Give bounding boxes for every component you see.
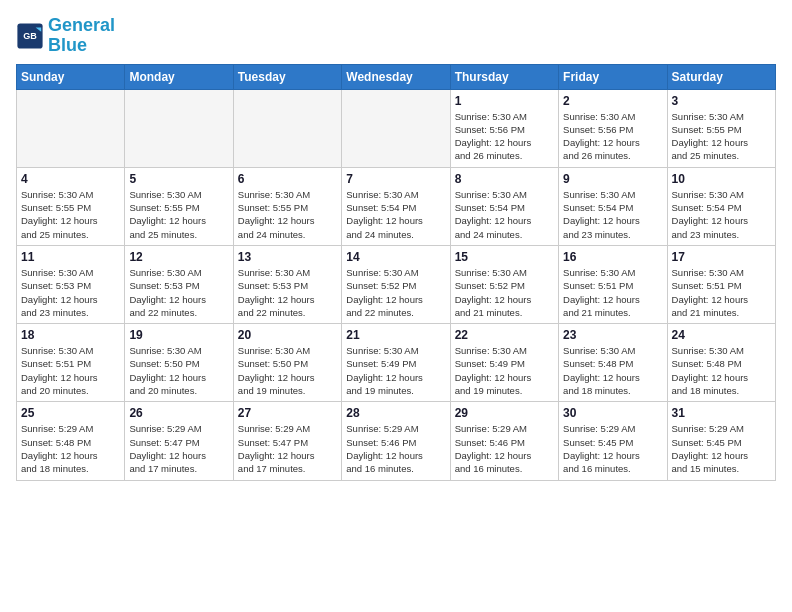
day-number: 8 [455, 172, 554, 186]
logo-text: General Blue [48, 16, 115, 56]
calendar-cell: 6Sunrise: 5:30 AM Sunset: 5:55 PM Daylig… [233, 167, 341, 245]
day-info: Sunrise: 5:30 AM Sunset: 5:49 PM Dayligh… [455, 344, 554, 397]
day-number: 9 [563, 172, 662, 186]
day-info: Sunrise: 5:30 AM Sunset: 5:53 PM Dayligh… [129, 266, 228, 319]
calendar-cell: 7Sunrise: 5:30 AM Sunset: 5:54 PM Daylig… [342, 167, 450, 245]
day-info: Sunrise: 5:30 AM Sunset: 5:55 PM Dayligh… [238, 188, 337, 241]
calendar-cell: 25Sunrise: 5:29 AM Sunset: 5:48 PM Dayli… [17, 402, 125, 480]
weekday-header-monday: Monday [125, 64, 233, 89]
weekday-header-row: SundayMondayTuesdayWednesdayThursdayFrid… [17, 64, 776, 89]
day-info: Sunrise: 5:30 AM Sunset: 5:50 PM Dayligh… [129, 344, 228, 397]
day-info: Sunrise: 5:30 AM Sunset: 5:48 PM Dayligh… [563, 344, 662, 397]
weekday-header-thursday: Thursday [450, 64, 558, 89]
calendar-cell: 26Sunrise: 5:29 AM Sunset: 5:47 PM Dayli… [125, 402, 233, 480]
logo: GB General Blue [16, 16, 115, 56]
day-number: 10 [672, 172, 771, 186]
calendar-cell [233, 89, 341, 167]
day-info: Sunrise: 5:30 AM Sunset: 5:56 PM Dayligh… [455, 110, 554, 163]
day-number: 5 [129, 172, 228, 186]
calendar-cell: 20Sunrise: 5:30 AM Sunset: 5:50 PM Dayli… [233, 324, 341, 402]
calendar-cell: 2Sunrise: 5:30 AM Sunset: 5:56 PM Daylig… [559, 89, 667, 167]
calendar-cell: 17Sunrise: 5:30 AM Sunset: 5:51 PM Dayli… [667, 245, 775, 323]
svg-text:GB: GB [23, 31, 37, 41]
day-number: 7 [346, 172, 445, 186]
day-number: 4 [21, 172, 120, 186]
day-info: Sunrise: 5:30 AM Sunset: 5:56 PM Dayligh… [563, 110, 662, 163]
day-info: Sunrise: 5:29 AM Sunset: 5:46 PM Dayligh… [455, 422, 554, 475]
calendar-cell: 21Sunrise: 5:30 AM Sunset: 5:49 PM Dayli… [342, 324, 450, 402]
calendar-cell: 22Sunrise: 5:30 AM Sunset: 5:49 PM Dayli… [450, 324, 558, 402]
page-header: GB General Blue [16, 16, 776, 56]
day-info: Sunrise: 5:30 AM Sunset: 5:51 PM Dayligh… [21, 344, 120, 397]
day-number: 19 [129, 328, 228, 342]
day-number: 11 [21, 250, 120, 264]
day-info: Sunrise: 5:30 AM Sunset: 5:55 PM Dayligh… [129, 188, 228, 241]
weekday-header-tuesday: Tuesday [233, 64, 341, 89]
calendar-cell: 28Sunrise: 5:29 AM Sunset: 5:46 PM Dayli… [342, 402, 450, 480]
day-number: 20 [238, 328, 337, 342]
calendar-week-row: 4Sunrise: 5:30 AM Sunset: 5:55 PM Daylig… [17, 167, 776, 245]
calendar-cell: 1Sunrise: 5:30 AM Sunset: 5:56 PM Daylig… [450, 89, 558, 167]
day-number: 3 [672, 94, 771, 108]
day-info: Sunrise: 5:30 AM Sunset: 5:54 PM Dayligh… [346, 188, 445, 241]
calendar-cell: 5Sunrise: 5:30 AM Sunset: 5:55 PM Daylig… [125, 167, 233, 245]
calendar-cell: 30Sunrise: 5:29 AM Sunset: 5:45 PM Dayli… [559, 402, 667, 480]
calendar-cell: 15Sunrise: 5:30 AM Sunset: 5:52 PM Dayli… [450, 245, 558, 323]
calendar-cell: 16Sunrise: 5:30 AM Sunset: 5:51 PM Dayli… [559, 245, 667, 323]
calendar-cell: 19Sunrise: 5:30 AM Sunset: 5:50 PM Dayli… [125, 324, 233, 402]
day-number: 16 [563, 250, 662, 264]
calendar-cell: 8Sunrise: 5:30 AM Sunset: 5:54 PM Daylig… [450, 167, 558, 245]
day-info: Sunrise: 5:29 AM Sunset: 5:45 PM Dayligh… [672, 422, 771, 475]
day-number: 27 [238, 406, 337, 420]
day-info: Sunrise: 5:30 AM Sunset: 5:48 PM Dayligh… [672, 344, 771, 397]
weekday-header-wednesday: Wednesday [342, 64, 450, 89]
day-number: 30 [563, 406, 662, 420]
weekday-header-friday: Friday [559, 64, 667, 89]
day-info: Sunrise: 5:29 AM Sunset: 5:47 PM Dayligh… [238, 422, 337, 475]
weekday-header-sunday: Sunday [17, 64, 125, 89]
calendar-cell [17, 89, 125, 167]
logo-icon: GB [16, 22, 44, 50]
calendar-cell: 18Sunrise: 5:30 AM Sunset: 5:51 PM Dayli… [17, 324, 125, 402]
calendar-cell [125, 89, 233, 167]
calendar-cell: 13Sunrise: 5:30 AM Sunset: 5:53 PM Dayli… [233, 245, 341, 323]
day-number: 13 [238, 250, 337, 264]
day-number: 28 [346, 406, 445, 420]
day-info: Sunrise: 5:30 AM Sunset: 5:52 PM Dayligh… [455, 266, 554, 319]
day-number: 24 [672, 328, 771, 342]
calendar-week-row: 25Sunrise: 5:29 AM Sunset: 5:48 PM Dayli… [17, 402, 776, 480]
calendar-cell: 24Sunrise: 5:30 AM Sunset: 5:48 PM Dayli… [667, 324, 775, 402]
calendar-week-row: 1Sunrise: 5:30 AM Sunset: 5:56 PM Daylig… [17, 89, 776, 167]
calendar-cell: 12Sunrise: 5:30 AM Sunset: 5:53 PM Dayli… [125, 245, 233, 323]
calendar-cell: 9Sunrise: 5:30 AM Sunset: 5:54 PM Daylig… [559, 167, 667, 245]
calendar-week-row: 18Sunrise: 5:30 AM Sunset: 5:51 PM Dayli… [17, 324, 776, 402]
day-info: Sunrise: 5:30 AM Sunset: 5:51 PM Dayligh… [672, 266, 771, 319]
day-number: 31 [672, 406, 771, 420]
day-number: 12 [129, 250, 228, 264]
day-info: Sunrise: 5:30 AM Sunset: 5:54 PM Dayligh… [563, 188, 662, 241]
day-number: 17 [672, 250, 771, 264]
calendar-cell: 10Sunrise: 5:30 AM Sunset: 5:54 PM Dayli… [667, 167, 775, 245]
calendar-cell: 3Sunrise: 5:30 AM Sunset: 5:55 PM Daylig… [667, 89, 775, 167]
day-info: Sunrise: 5:29 AM Sunset: 5:45 PM Dayligh… [563, 422, 662, 475]
day-number: 15 [455, 250, 554, 264]
day-info: Sunrise: 5:29 AM Sunset: 5:48 PM Dayligh… [21, 422, 120, 475]
day-info: Sunrise: 5:30 AM Sunset: 5:53 PM Dayligh… [21, 266, 120, 319]
day-number: 29 [455, 406, 554, 420]
day-number: 6 [238, 172, 337, 186]
calendar-cell: 11Sunrise: 5:30 AM Sunset: 5:53 PM Dayli… [17, 245, 125, 323]
day-info: Sunrise: 5:30 AM Sunset: 5:49 PM Dayligh… [346, 344, 445, 397]
day-number: 2 [563, 94, 662, 108]
day-number: 22 [455, 328, 554, 342]
day-info: Sunrise: 5:29 AM Sunset: 5:47 PM Dayligh… [129, 422, 228, 475]
day-info: Sunrise: 5:30 AM Sunset: 5:52 PM Dayligh… [346, 266, 445, 319]
day-number: 23 [563, 328, 662, 342]
day-info: Sunrise: 5:30 AM Sunset: 5:55 PM Dayligh… [672, 110, 771, 163]
day-number: 26 [129, 406, 228, 420]
day-info: Sunrise: 5:30 AM Sunset: 5:55 PM Dayligh… [21, 188, 120, 241]
calendar-cell: 14Sunrise: 5:30 AM Sunset: 5:52 PM Dayli… [342, 245, 450, 323]
day-number: 21 [346, 328, 445, 342]
calendar-cell: 29Sunrise: 5:29 AM Sunset: 5:46 PM Dayli… [450, 402, 558, 480]
day-info: Sunrise: 5:30 AM Sunset: 5:51 PM Dayligh… [563, 266, 662, 319]
day-info: Sunrise: 5:30 AM Sunset: 5:54 PM Dayligh… [672, 188, 771, 241]
